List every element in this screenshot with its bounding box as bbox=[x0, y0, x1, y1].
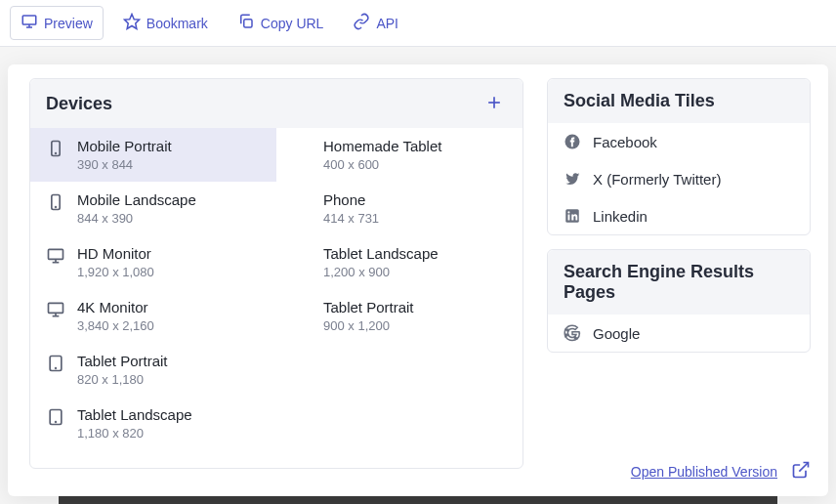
external-link-icon[interactable] bbox=[791, 460, 811, 483]
device-dimensions: 1,200 x 900 bbox=[323, 265, 439, 279]
api-button[interactable]: API bbox=[343, 7, 408, 39]
device-item[interactable]: 4K Monitor3,840 x 2,160 bbox=[30, 289, 276, 343]
tablet-icon bbox=[46, 354, 65, 373]
add-device-button[interactable] bbox=[481, 91, 507, 116]
svg-rect-31 bbox=[568, 215, 570, 221]
preview-button[interactable]: Preview bbox=[10, 6, 104, 40]
device-item[interactable]: Mobile Portrait390 x 844 bbox=[30, 128, 276, 182]
tablet-icon bbox=[46, 407, 65, 427]
mobile-icon bbox=[46, 192, 65, 212]
serp-body: Google bbox=[548, 315, 810, 352]
svg-point-10 bbox=[56, 207, 57, 208]
device-dimensions: 844 x 390 bbox=[77, 211, 196, 226]
device-dimensions: 1,180 x 820 bbox=[77, 426, 192, 441]
serp-item[interactable]: Google bbox=[548, 315, 810, 352]
right-column: Social Media Tiles FacebookX (Formerly T… bbox=[547, 78, 811, 483]
device-dimensions: 900 x 1,200 bbox=[323, 318, 414, 333]
monitor-icon bbox=[21, 13, 38, 33]
device-item[interactable]: Tablet Landscape1,200 x 900 bbox=[276, 235, 522, 289]
star-icon bbox=[123, 13, 141, 33]
device-name: Homemade Tablet bbox=[323, 138, 441, 154]
linkedin-icon bbox=[564, 207, 581, 225]
device-dimensions: 390 x 844 bbox=[77, 157, 172, 172]
social-item[interactable]: Facebook bbox=[548, 123, 810, 160]
device-name: Phone bbox=[323, 191, 379, 208]
plus-icon bbox=[484, 93, 504, 115]
social-item-label: Linkedin bbox=[593, 208, 648, 225]
device-dimensions: 1,920 x 1,080 bbox=[77, 265, 154, 279]
device-item[interactable]: Phone414 x 731 bbox=[276, 182, 522, 235]
social-item[interactable]: Linkedin bbox=[548, 197, 810, 234]
devices-list-col-1: Homemade Tablet400 x 600Phone414 x 731Ta… bbox=[276, 128, 522, 450]
device-dimensions: 400 x 600 bbox=[323, 157, 441, 172]
top-toolbar: Preview Bookmark Copy URL API bbox=[0, 0, 836, 47]
copy-url-label: Copy URL bbox=[261, 16, 324, 31]
devices-list-col-0: Mobile Portrait390 x 844Mobile Landscape… bbox=[30, 128, 276, 450]
serp-title: Search Engine Results Pages bbox=[564, 262, 794, 303]
facebook-icon bbox=[564, 133, 581, 150]
footer: Open Published Version bbox=[547, 460, 811, 483]
bookmark-label: Bookmark bbox=[146, 16, 208, 31]
social-item-label: X (Formerly Twitter) bbox=[593, 171, 721, 188]
device-name: Tablet Portrait bbox=[323, 299, 414, 315]
twitter-icon bbox=[564, 170, 581, 188]
svg-rect-0 bbox=[22, 16, 36, 24]
svg-line-33 bbox=[799, 463, 808, 472]
social-header: Social Media Tiles bbox=[548, 79, 810, 123]
monitor-icon bbox=[46, 300, 65, 319]
dropdown-panel: Devices Mobile Portrait390 x 844Mobile L… bbox=[8, 64, 828, 496]
device-item[interactable]: Tablet Landscape1,180 x 820 bbox=[30, 397, 276, 450]
devices-body: Mobile Portrait390 x 844Mobile Landscape… bbox=[30, 128, 522, 450]
open-published-link[interactable]: Open Published Version bbox=[631, 464, 777, 480]
device-dimensions: 820 x 1,180 bbox=[77, 372, 168, 387]
svg-point-32 bbox=[567, 211, 569, 213]
mobile-icon bbox=[46, 139, 65, 158]
device-name: Tablet Portrait bbox=[77, 353, 168, 369]
serp-card: Search Engine Results Pages Google bbox=[547, 249, 811, 353]
svg-rect-14 bbox=[49, 303, 63, 313]
google-icon bbox=[564, 324, 581, 342]
device-dimensions: 414 x 731 bbox=[323, 211, 379, 226]
social-item[interactable]: X (Formerly Twitter) bbox=[548, 160, 810, 197]
device-name: 4K Monitor bbox=[77, 299, 154, 315]
serp-item-label: Google bbox=[593, 325, 640, 342]
devices-title: Devices bbox=[46, 94, 112, 114]
device-name: Tablet Landscape bbox=[323, 245, 439, 262]
svg-point-20 bbox=[56, 422, 57, 423]
social-title: Social Media Tiles bbox=[564, 91, 715, 111]
devices-column: Devices Mobile Portrait390 x 844Mobile L… bbox=[29, 78, 523, 483]
bookmark-button[interactable]: Bookmark bbox=[113, 7, 218, 39]
svg-rect-4 bbox=[244, 20, 252, 27]
device-dimensions: 3,840 x 2,160 bbox=[77, 318, 154, 333]
serp-header: Search Engine Results Pages bbox=[548, 250, 810, 315]
device-name: HD Monitor bbox=[77, 245, 154, 262]
device-name: Mobile Portrait bbox=[77, 138, 172, 154]
device-item[interactable]: Mobile Landscape844 x 390 bbox=[30, 182, 276, 235]
link-icon bbox=[353, 13, 370, 33]
device-item[interactable]: HD Monitor1,920 x 1,080 bbox=[30, 235, 276, 289]
svg-rect-11 bbox=[49, 249, 63, 259]
copy-icon bbox=[237, 13, 255, 33]
devices-header: Devices bbox=[30, 79, 522, 128]
svg-point-18 bbox=[56, 368, 57, 369]
device-item[interactable]: Tablet Portrait900 x 1,200 bbox=[276, 289, 522, 343]
monitor-icon bbox=[46, 246, 65, 266]
social-card: Social Media Tiles FacebookX (Formerly T… bbox=[547, 78, 811, 235]
device-name: Tablet Landscape bbox=[77, 406, 192, 423]
social-body: FacebookX (Formerly Twitter)Linkedin bbox=[548, 123, 810, 234]
svg-point-8 bbox=[56, 153, 57, 154]
social-item-label: Facebook bbox=[593, 134, 657, 150]
copy-url-button[interactable]: Copy URL bbox=[228, 7, 334, 39]
device-name: Mobile Landscape bbox=[77, 191, 196, 208]
preview-label: Preview bbox=[44, 16, 93, 31]
device-item[interactable]: Tablet Portrait820 x 1,180 bbox=[30, 343, 276, 397]
svg-marker-3 bbox=[124, 15, 139, 29]
api-label: API bbox=[376, 16, 398, 31]
devices-card: Devices Mobile Portrait390 x 844Mobile L… bbox=[29, 78, 523, 469]
device-item[interactable]: Homemade Tablet400 x 600 bbox=[276, 128, 522, 182]
